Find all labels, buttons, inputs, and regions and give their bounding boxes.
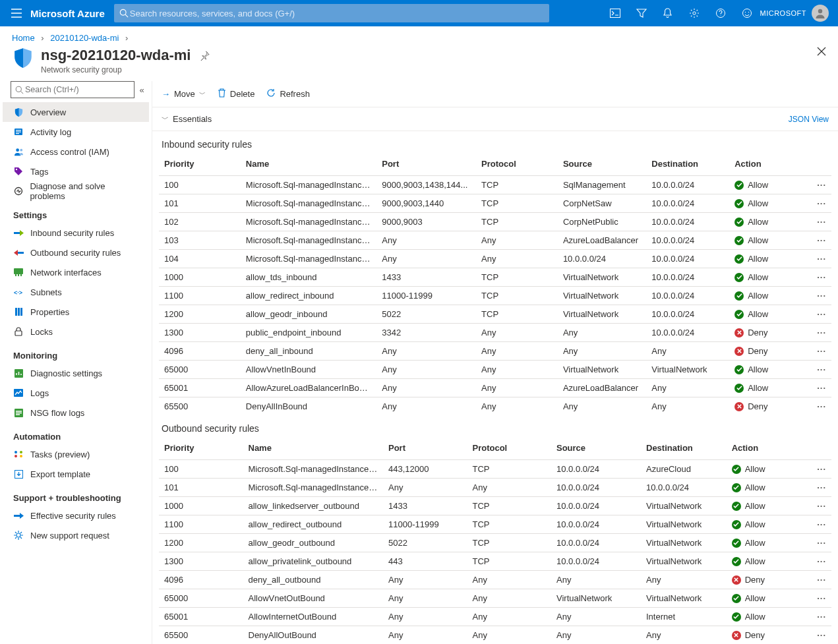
help-button[interactable] [707, 0, 734, 26]
table-row[interactable]: 101Microsoft.Sql-managedInstances_U...An… [159, 479, 831, 497]
col-priority[interactable]: Priority [159, 155, 241, 176]
sidebar-search-input[interactable] [24, 84, 130, 95]
row-menu-button[interactable]: ··· [804, 571, 832, 589]
collapse-sidebar-button[interactable]: « [135, 85, 149, 95]
delete-button[interactable]: Delete [218, 88, 255, 100]
row-menu-button[interactable]: ··· [804, 287, 831, 305]
sidebar-item[interactable]: Access control (IAM) [3, 142, 149, 161]
breadcrumb-home[interactable]: Home [12, 33, 35, 43]
sidebar-item[interactable]: Tags [3, 161, 149, 181]
table-row[interactable]: 1200allow_geodr_outbound5022TCP10.0.0.0/… [159, 534, 831, 552]
row-menu-button[interactable]: ··· [804, 497, 832, 515]
table-row[interactable]: 65001AllowInternetOutBoundAnyAnyAnyInter… [159, 608, 831, 626]
sidebar-item[interactable]: Tasks (preview) [3, 444, 149, 464]
hamburger-menu[interactable] [7, 3, 26, 23]
sidebar-item[interactable]: NSG flow logs [3, 403, 149, 423]
col-protocol[interactable]: Protocol [467, 439, 552, 460]
row-menu-button[interactable]: ··· [804, 379, 831, 397]
col-destination[interactable]: Destination [646, 155, 729, 176]
col-action[interactable]: Action [727, 439, 804, 460]
sidebar-item[interactable]: Effective security rules [3, 506, 149, 525]
row-menu-button[interactable]: ··· [804, 626, 832, 645]
row-menu-button[interactable]: ··· [804, 176, 831, 194]
cloud-shell-button[interactable] [602, 0, 628, 26]
sidebar-item[interactable]: <·>Subnets [3, 282, 149, 302]
table-row[interactable]: 1200allow_geodr_inbound5022TCPVirtualNet… [159, 305, 831, 324]
global-search[interactable] [114, 4, 549, 22]
sidebar-item[interactable]: Locks [3, 322, 149, 341]
sidebar-item[interactable]: New support request [3, 525, 149, 545]
row-menu-button[interactable]: ··· [804, 361, 831, 379]
feedback-button[interactable] [734, 0, 760, 26]
account-menu[interactable]: MICROSOFT [760, 5, 832, 22]
sidebar-item[interactable]: Diagnose and solve problems [3, 181, 149, 201]
table-row[interactable]: 102Microsoft.Sql-managedInstances_U...90… [159, 213, 831, 231]
row-menu-button[interactable]: ··· [804, 534, 832, 552]
sidebar-item[interactable]: Export template [3, 464, 149, 484]
col-name[interactable]: Name [243, 439, 384, 460]
sidebar-item[interactable]: Network interfaces [3, 262, 149, 282]
row-menu-button[interactable]: ··· [804, 213, 831, 231]
row-menu-button[interactable]: ··· [804, 342, 831, 361]
col-action[interactable]: Action [729, 155, 804, 176]
table-row[interactable]: 101Microsoft.Sql-managedInstances_U...90… [159, 194, 831, 213]
breadcrumb-parent[interactable]: 20210120-wda-mi [50, 33, 119, 43]
row-menu-button[interactable]: ··· [804, 250, 831, 268]
table-row[interactable]: 65500DenyAllInBoundAnyAnyAnyAnyDeny··· [159, 397, 831, 416]
move-button[interactable]: → Move ﹀ [162, 89, 206, 99]
chevron-down-icon[interactable]: ﹀ [162, 114, 169, 124]
row-menu-button[interactable]: ··· [804, 305, 831, 324]
row-menu-button[interactable]: ··· [804, 460, 832, 479]
notifications-button[interactable] [655, 0, 681, 26]
table-row[interactable]: 65001AllowAzureLoadBalancerInBoundAnyAny… [159, 379, 831, 397]
table-row[interactable]: 65000AllowVnetInBoundAnyAnyVirtualNetwor… [159, 361, 831, 379]
col-name[interactable]: Name [241, 155, 376, 176]
essentials-label[interactable]: Essentials [173, 114, 212, 124]
sidebar-item[interactable]: Inbound security rules [3, 223, 149, 243]
col-source[interactable]: Source [558, 155, 646, 176]
row-menu-button[interactable]: ··· [804, 608, 832, 626]
row-menu-button[interactable]: ··· [804, 589, 832, 608]
row-menu-button[interactable]: ··· [804, 397, 831, 416]
table-row[interactable]: 103Microsoft.Sql-managedInstances_U...An… [159, 231, 831, 250]
pin-button[interactable] [200, 51, 210, 63]
table-row[interactable]: 1300allow_privatelink_outbound443TCP10.0… [159, 552, 831, 571]
json-view-link[interactable]: JSON View [789, 115, 829, 124]
col-destination[interactable]: Destination [641, 439, 727, 460]
row-menu-button[interactable]: ··· [804, 194, 831, 213]
row-menu-button[interactable]: ··· [804, 552, 832, 571]
table-row[interactable]: 104Microsoft.Sql-managedInstances_U...An… [159, 250, 831, 268]
table-row[interactable]: 100Microsoft.Sql-managedInstances_U...44… [159, 460, 831, 479]
global-search-input[interactable] [129, 8, 544, 19]
sidebar-item[interactable]: Overview [3, 102, 149, 122]
refresh-button[interactable]: Refresh [266, 88, 310, 100]
sidebar-item[interactable]: Activity log [3, 122, 149, 142]
table-row[interactable]: 65500DenyAllOutBoundAnyAnyAnyAnyDeny··· [159, 626, 831, 645]
col-protocol[interactable]: Protocol [476, 155, 558, 176]
table-row[interactable]: 1000allow_linkedserver_outbound1433TCP10… [159, 497, 831, 515]
table-row[interactable]: 1100allow_redirect_outbound11000-11999TC… [159, 515, 831, 534]
row-menu-button[interactable]: ··· [804, 479, 832, 497]
sidebar-item[interactable]: Properties [3, 302, 149, 322]
col-port[interactable]: Port [376, 155, 476, 176]
settings-button[interactable] [681, 0, 707, 26]
row-menu-button[interactable]: ··· [804, 268, 831, 287]
table-row[interactable]: 4096deny_all_inboundAnyAnyAnyAnyDeny··· [159, 342, 831, 361]
row-menu-button[interactable]: ··· [804, 231, 831, 250]
close-button[interactable] [817, 47, 826, 58]
col-priority[interactable]: Priority [159, 439, 243, 460]
table-row[interactable]: 4096deny_all_outboundAnyAnyAnyAnyDeny··· [159, 571, 831, 589]
col-port[interactable]: Port [383, 439, 467, 460]
sidebar-item[interactable]: Outbound security rules [3, 243, 149, 262]
row-menu-button[interactable]: ··· [804, 324, 831, 342]
table-row[interactable]: 65000AllowVnetOutBoundAnyAnyVirtualNetwo… [159, 589, 831, 608]
table-row[interactable]: 1100allow_redirect_inbound11000-11999TCP… [159, 287, 831, 305]
col-source[interactable]: Source [551, 439, 641, 460]
sidebar-item[interactable]: Logs [3, 383, 149, 403]
sidebar-search[interactable] [11, 81, 135, 98]
sidebar-item[interactable]: Diagnostic settings [3, 363, 149, 383]
row-menu-button[interactable]: ··· [804, 515, 832, 534]
table-row[interactable]: 100Microsoft.Sql-managedInstances_U...90… [159, 176, 831, 194]
directory-filter-button[interactable] [628, 0, 655, 26]
table-row[interactable]: 1300public_endpoint_inbound3342AnyAny10.… [159, 324, 831, 342]
